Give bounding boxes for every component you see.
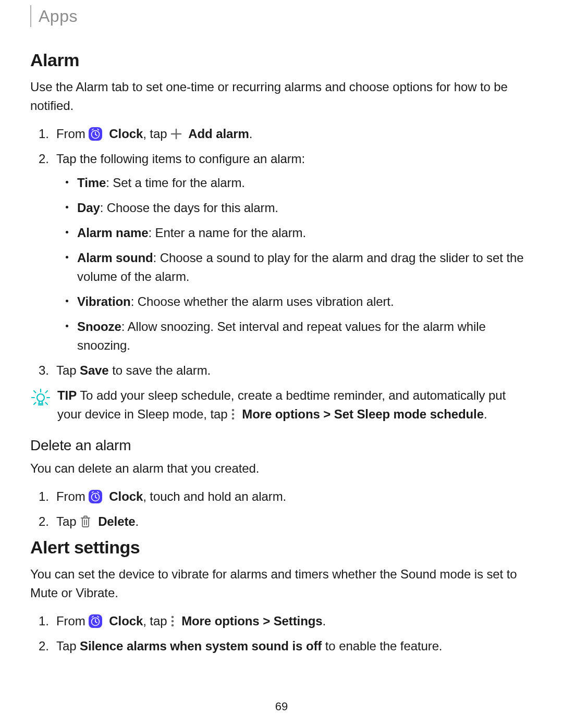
- desc: : Allow snoozing. Set interval and repea…: [77, 319, 486, 352]
- svg-line-14: [34, 403, 36, 405]
- label: Snooze: [77, 319, 121, 334]
- text: Tap the following items to configure an …: [56, 152, 305, 166]
- desc: : Set a time for the alarm.: [106, 176, 245, 190]
- alarm-step-1: From Clock, tap Add alarm.: [56, 125, 533, 143]
- clock-app-icon: [89, 490, 102, 503]
- svg-point-18: [232, 417, 235, 419]
- list-item: Day: Choose the days for this alarm.: [77, 199, 533, 217]
- text: .: [136, 514, 139, 528]
- breadcrumb-divider: [30, 5, 31, 27]
- label: Alarm sound: [77, 251, 153, 265]
- clock-app-icon: [89, 614, 102, 628]
- desc: : Choose the days for this alarm.: [100, 201, 278, 215]
- text: From: [56, 127, 89, 141]
- page-number: 69: [0, 700, 563, 713]
- alarm-step-2: Tap the following items to configure an …: [56, 150, 533, 355]
- delete-steps: From Clock, touch and hold an alarm. Tap: [30, 487, 533, 531]
- delete-intro: You can delete an alarm that you created…: [30, 459, 533, 478]
- label: Day: [77, 201, 100, 215]
- sep: >: [320, 407, 334, 421]
- more-options-icon: [231, 408, 235, 421]
- list-item: Alarm sound: Choose a sound to play for …: [77, 249, 533, 286]
- label: Alarm name: [77, 226, 148, 240]
- text: Tap: [56, 514, 80, 528]
- svg-point-16: [232, 409, 235, 411]
- manual-page: Apps Alarm Use the Alarm tab to set one-…: [0, 0, 563, 728]
- more-options-label: More options: [178, 614, 260, 628]
- tip-label: TIP: [57, 388, 77, 402]
- clock-app-icon: [89, 127, 102, 141]
- alert-steps: From Clock, tap More options > Sett: [30, 612, 533, 656]
- label: Time: [77, 176, 106, 190]
- desc: : Enter a name for the alarm.: [148, 226, 306, 240]
- alarm-step-3: Tap Save to save the alarm.: [56, 361, 533, 380]
- silence-setting-label: Silence alarms when system sound is off: [80, 639, 322, 653]
- svg-line-15: [46, 403, 48, 405]
- text: , tap: [143, 127, 170, 141]
- delete-step-2: Tap Delete.: [56, 512, 533, 531]
- clock-label: Clock: [106, 489, 143, 503]
- list-item: Time: Set a time for the alarm.: [77, 174, 533, 192]
- text: to enable the feature.: [322, 639, 442, 653]
- text: .: [323, 614, 326, 628]
- breadcrumb: Apps: [30, 5, 533, 27]
- alarm-steps: From Clock, tap Add alarm. Ta: [30, 125, 533, 380]
- add-alarm-label: Add alarm: [186, 127, 249, 141]
- list-item: Snooze: Allow snoozing. Set interval and…: [77, 317, 533, 355]
- svg-point-8: [37, 394, 44, 401]
- save-label: Save: [80, 363, 109, 377]
- clock-label: Clock: [106, 614, 143, 628]
- svg-point-34: [172, 620, 174, 622]
- list-item: Vibration: Choose whether the alarm uses…: [77, 292, 533, 311]
- trash-icon: [80, 515, 91, 528]
- text: .: [484, 407, 487, 421]
- more-options-icon: [170, 615, 175, 627]
- alarm-intro: Use the Alarm tab to set one-time or rec…: [30, 78, 533, 115]
- more-options-label: More options: [239, 407, 320, 421]
- tip-text: TIP To add your sleep schedule, create a…: [57, 386, 533, 424]
- schedule-label: Set Sleep mode schedule: [334, 407, 484, 421]
- delete-label: Delete: [95, 514, 136, 528]
- plus-icon: [170, 128, 182, 140]
- settings-label: Settings: [274, 614, 323, 628]
- list-item: Alarm name: Enter a name for the alarm.: [77, 224, 533, 242]
- svg-point-35: [172, 624, 174, 626]
- svg-point-33: [172, 615, 174, 618]
- text: .: [249, 127, 253, 141]
- alert-step-1: From Clock, tap More options > Sett: [56, 612, 533, 631]
- text: to save the alarm.: [109, 363, 211, 377]
- svg-line-13: [46, 391, 48, 393]
- text: , touch and hold an alarm.: [143, 489, 286, 503]
- text: Tap: [56, 639, 80, 653]
- text: , tap: [143, 614, 170, 628]
- svg-line-12: [34, 391, 36, 393]
- alert-step-2: Tap Silence alarms when system sound is …: [56, 637, 533, 656]
- desc: : Choose whether the alarm uses vibratio…: [131, 294, 394, 309]
- text: From: [56, 614, 89, 628]
- delete-step-1: From Clock, touch and hold an alarm.: [56, 487, 533, 506]
- text: Tap: [56, 363, 80, 377]
- alarm-config-list: Time: Set a time for the alarm. Day: Cho…: [56, 174, 533, 355]
- alarm-heading: Alarm: [30, 50, 533, 70]
- clock-label: Clock: [106, 127, 143, 141]
- delete-heading: Delete an alarm: [30, 437, 533, 454]
- label: Vibration: [77, 294, 131, 309]
- alert-heading: Alert settings: [30, 537, 533, 558]
- tip-callout: TIP To add your sleep schedule, create a…: [30, 386, 533, 424]
- alert-intro: You can set the device to vibrate for al…: [30, 565, 533, 602]
- svg-point-17: [232, 413, 235, 415]
- sep: >: [260, 614, 274, 628]
- text: From: [56, 489, 89, 503]
- lightbulb-icon: [30, 387, 51, 408]
- breadcrumb-label: Apps: [39, 7, 78, 26]
